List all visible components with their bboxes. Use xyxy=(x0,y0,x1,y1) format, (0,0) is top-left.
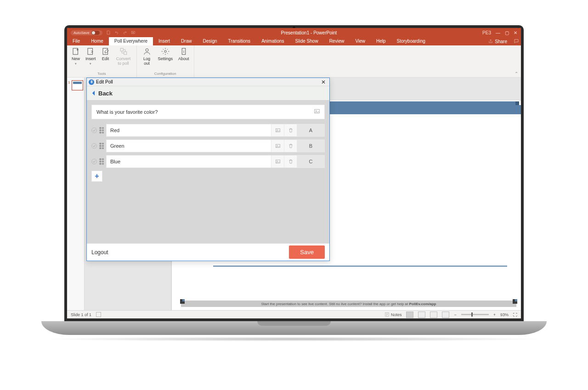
tab-view[interactable]: View xyxy=(350,37,371,45)
user-badge[interactable]: PE3 xyxy=(482,30,491,35)
option-image-icon[interactable] xyxy=(271,155,284,168)
laptop-base xyxy=(41,321,547,335)
tab-help[interactable]: Help xyxy=(371,37,391,45)
option-letter: A xyxy=(297,124,325,137)
save-button[interactable]: Save xyxy=(289,245,325,259)
svg-point-7 xyxy=(164,50,167,53)
polleverywhere-icon: ⏸ xyxy=(89,79,94,85)
start-from-beginning-icon[interactable] xyxy=(131,30,136,35)
statusbar: Slide 1 of 1 Notes − + 93% ⛶ xyxy=(67,310,521,318)
dialog-titlebar: ⏸ Edit Poll ✕ xyxy=(87,78,329,86)
window-minimize-icon[interactable]: — xyxy=(496,30,500,35)
ribbon-new-label: New xyxy=(72,56,80,61)
window-restore-icon[interactable]: ▢ xyxy=(505,30,509,35)
logout-link[interactable]: Logout xyxy=(91,249,108,256)
svg-rect-5 xyxy=(124,52,126,55)
insert-poll-icon xyxy=(86,47,95,56)
tab-home[interactable]: Home xyxy=(85,37,109,45)
tab-draw[interactable]: Draw xyxy=(175,37,197,45)
tab-design[interactable]: Design xyxy=(197,37,222,45)
tab-insert[interactable]: Insert xyxy=(153,37,175,45)
zoom-out-icon[interactable]: − xyxy=(454,312,456,317)
slide-counter: Slide 1 of 1 xyxy=(71,312,91,317)
gear-icon xyxy=(161,47,170,56)
window-close-icon[interactable]: ✕ xyxy=(514,30,517,35)
slide-footer-link: PollEv.com/app xyxy=(409,302,436,306)
workspace: 1 favorite color? Start the presentat xyxy=(67,78,521,310)
accessibility-icon[interactable] xyxy=(96,312,101,317)
redo-icon[interactable] xyxy=(123,30,127,35)
option-delete-icon[interactable] xyxy=(284,124,297,137)
tab-slideshow[interactable]: Slide Show xyxy=(290,37,324,45)
toggle-off-icon xyxy=(91,31,100,35)
drag-handle-icon[interactable] xyxy=(99,143,104,149)
tab-review[interactable]: Review xyxy=(324,37,350,45)
ribbon-new[interactable]: New ▾ xyxy=(72,47,80,66)
view-slideshow-icon[interactable] xyxy=(442,312,449,318)
slide-mini-preview xyxy=(72,80,83,90)
drag-handle-icon[interactable] xyxy=(99,158,104,165)
fit-to-window-icon[interactable]: ⛶ xyxy=(513,312,517,317)
option-input[interactable] xyxy=(106,124,271,137)
option-letter: C xyxy=(297,155,325,168)
save-icon[interactable] xyxy=(106,30,111,35)
add-option-button[interactable]: + xyxy=(91,171,102,182)
tab-transitions[interactable]: Transitions xyxy=(223,37,256,45)
edit-poll-icon xyxy=(102,47,110,56)
ribbon-collapse-icon[interactable]: ⌃ xyxy=(514,71,518,76)
slide-footer: Start the presentation to see live conte… xyxy=(181,301,516,307)
ribbon-group-tools-label: Tools xyxy=(97,71,106,77)
ribbon-logout[interactable]: Log out xyxy=(141,47,153,66)
ribbon-group-tools: New ▾ Insert ▾ Edit xyxy=(67,45,137,77)
option-input[interactable] xyxy=(106,155,271,168)
ribbon: New ▾ Insert ▾ Edit xyxy=(67,45,521,78)
screen: AutoSave Presentation1 - PowerPoint PE3 … xyxy=(67,28,521,318)
svg-rect-2 xyxy=(88,48,93,55)
ribbon-insert[interactable]: Insert ▾ xyxy=(85,47,96,66)
zoom-level: 93% xyxy=(500,312,509,317)
zoom-slider[interactable] xyxy=(461,314,489,315)
ribbon-edit-label: Edit xyxy=(102,56,109,61)
drag-handle-icon[interactable] xyxy=(99,127,104,134)
option-delete-icon[interactable] xyxy=(284,139,297,152)
zoom-in-icon[interactable]: + xyxy=(493,312,496,317)
view-sorter-icon[interactable] xyxy=(418,312,425,318)
view-normal-icon[interactable] xyxy=(406,312,413,318)
share-button[interactable]: Share xyxy=(484,37,512,45)
option-delete-icon[interactable] xyxy=(284,155,297,168)
correct-answer-toggle[interactable] xyxy=(91,159,97,164)
notes-toggle[interactable]: Notes xyxy=(384,312,402,317)
correct-answer-toggle[interactable] xyxy=(91,143,97,149)
correct-answer-toggle[interactable] xyxy=(91,128,97,133)
autosave-toggle[interactable]: AutoSave xyxy=(71,30,102,35)
ribbon-about[interactable]: About xyxy=(178,47,189,66)
slide-divider xyxy=(213,266,507,267)
option-image-icon[interactable] xyxy=(271,124,284,137)
slide-thumbnails: 1 xyxy=(67,78,85,310)
app-titlebar: AutoSave Presentation1 - PowerPoint PE3 … xyxy=(67,28,521,37)
tab-storyboarding[interactable]: Storyboarding xyxy=(391,37,431,45)
view-reading-icon[interactable] xyxy=(430,312,437,318)
laptop-mockup: AutoSave Presentation1 - PowerPoint PE3 … xyxy=(41,25,547,365)
slide-footer-text: Start the presentation to see live conte… xyxy=(261,302,409,306)
dialog-back-header[interactable]: Back xyxy=(87,86,329,100)
ribbon-settings[interactable]: Settings xyxy=(158,47,173,66)
ribbon-edit[interactable]: Edit xyxy=(102,47,110,66)
share-icon xyxy=(488,39,493,44)
tab-poll-everywhere[interactable]: Poll Everywhere xyxy=(109,37,153,45)
close-icon[interactable]: ✕ xyxy=(319,79,328,85)
logout-icon xyxy=(143,47,151,56)
undo-icon[interactable] xyxy=(114,30,119,35)
tab-file[interactable]: File xyxy=(67,37,85,45)
option-image-icon[interactable] xyxy=(271,139,284,152)
image-icon[interactable] xyxy=(314,108,320,117)
comments-icon[interactable] xyxy=(514,39,519,44)
edit-poll-dialog: ⏸ Edit Poll ✕ Back xyxy=(86,78,330,261)
option-input[interactable] xyxy=(106,139,271,152)
svg-point-10 xyxy=(316,111,317,111)
slide-thumb-1[interactable]: 1 xyxy=(68,80,83,90)
ribbon-logout-label: Log out xyxy=(141,56,153,66)
poll-question-input[interactable] xyxy=(91,105,325,119)
tab-animations[interactable]: Animations xyxy=(256,37,289,45)
svg-rect-1 xyxy=(73,48,78,55)
